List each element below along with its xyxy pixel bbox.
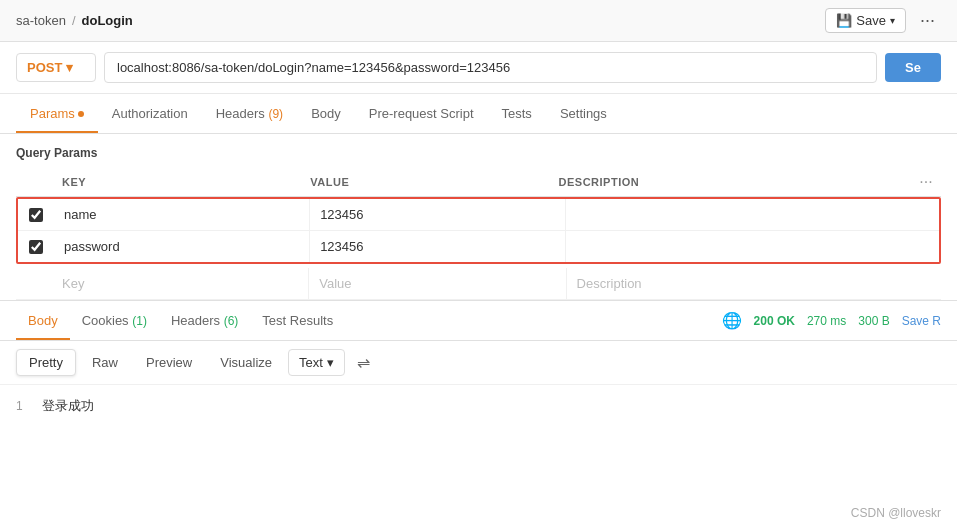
- response-tab-headers[interactable]: Headers (6): [159, 303, 250, 340]
- empty-desc[interactable]: Description: [567, 268, 941, 299]
- breadcrumb-current: doLogin: [82, 13, 133, 28]
- type-select[interactable]: Text ▾: [288, 349, 345, 376]
- method-select[interactable]: POST ▾: [16, 53, 96, 82]
- type-label: Text: [299, 355, 323, 370]
- table-row: name 123456: [18, 199, 939, 231]
- param-row-2-value[interactable]: 123456: [310, 231, 566, 262]
- col-value-header: VALUE: [300, 172, 548, 192]
- param-row-1-desc: [566, 207, 939, 223]
- top-actions: 💾 Save ▾ ···: [825, 8, 941, 33]
- save-icon: 💾: [836, 13, 852, 28]
- save-dropdown-icon: ▾: [890, 15, 895, 26]
- format-preview-button[interactable]: Preview: [134, 350, 204, 375]
- type-arrow-icon: ▾: [327, 355, 334, 370]
- format-pretty-button[interactable]: Pretty: [16, 349, 76, 376]
- query-params-title: Query Params: [16, 146, 941, 160]
- empty-param-row: Key Value Description: [16, 268, 941, 300]
- param-row-2-checkbox[interactable]: [29, 240, 43, 254]
- params-panel: Query Params KEY VALUE DESCRIPTION ··· n…: [0, 134, 957, 300]
- send-button[interactable]: Se: [885, 53, 941, 82]
- save-button[interactable]: 💾 Save ▾: [825, 8, 906, 33]
- empty-value[interactable]: Value: [309, 268, 566, 299]
- status-time: 270 ms: [807, 314, 846, 328]
- response-tab-body[interactable]: Body: [16, 303, 70, 340]
- tab-tests[interactable]: Tests: [488, 96, 546, 133]
- breadcrumb-parent: sa-token: [16, 13, 66, 28]
- method-label: POST: [27, 60, 62, 75]
- tab-pre-request[interactable]: Pre-request Script: [355, 96, 488, 133]
- response-tab-cookies[interactable]: Cookies (1): [70, 303, 159, 340]
- response-format-row: Pretty Raw Preview Visualize Text ▾ ⇌: [0, 341, 957, 385]
- response-panel: Body Cookies (1) Headers (6) Test Result…: [0, 300, 957, 427]
- top-bar: sa-token / doLogin 💾 Save ▾ ···: [0, 0, 957, 42]
- col-key-header: KEY: [52, 172, 300, 192]
- url-bar: POST ▾ Se: [0, 42, 957, 94]
- tab-authorization[interactable]: Authorization: [98, 96, 202, 133]
- tab-settings[interactable]: Settings: [546, 96, 621, 133]
- col-more-header: ···: [911, 173, 941, 191]
- format-raw-button[interactable]: Raw: [80, 350, 130, 375]
- params-dot: [78, 111, 84, 117]
- response-content: 登录成功: [42, 398, 94, 413]
- params-highlighted-rows: name 123456 password 123456: [16, 197, 941, 264]
- globe-icon: 🌐: [722, 311, 742, 330]
- column-headers: KEY VALUE DESCRIPTION ···: [16, 168, 941, 197]
- method-arrow-icon: ▾: [66, 60, 73, 75]
- breadcrumb: sa-token / doLogin: [16, 13, 133, 28]
- url-input[interactable]: [104, 52, 877, 83]
- param-row-1-key[interactable]: name: [54, 199, 310, 230]
- line-number: 1: [16, 399, 23, 413]
- tab-body[interactable]: Body: [297, 96, 355, 133]
- request-tabs-row: Params Authorization Headers (9) Body Pr…: [0, 94, 957, 134]
- tab-params[interactable]: Params: [16, 96, 98, 133]
- save-response-button[interactable]: Save R: [902, 314, 941, 328]
- response-body: 1 登录成功: [0, 385, 957, 427]
- empty-key[interactable]: Key: [52, 268, 309, 299]
- save-label: Save: [856, 13, 886, 28]
- watermark: CSDN @lloveskr: [851, 506, 941, 520]
- response-tabs-row: Body Cookies (1) Headers (6) Test Result…: [0, 301, 957, 341]
- status-code: 200 OK: [754, 314, 795, 328]
- table-row: password 123456: [18, 231, 939, 262]
- param-row-1-checkbox[interactable]: [29, 208, 43, 222]
- format-visualize-button[interactable]: Visualize: [208, 350, 284, 375]
- param-row-1-value[interactable]: 123456: [310, 199, 566, 230]
- response-status: 🌐 200 OK 270 ms 300 B Save R: [722, 311, 941, 330]
- filter-icon[interactable]: ⇌: [357, 353, 370, 372]
- breadcrumb-sep: /: [72, 13, 76, 28]
- response-tab-test-results[interactable]: Test Results: [250, 303, 345, 340]
- param-row-2-desc: [566, 239, 939, 255]
- tab-headers[interactable]: Headers (9): [202, 96, 297, 133]
- status-size: 300 B: [858, 314, 889, 328]
- param-row-2-key[interactable]: password: [54, 231, 310, 262]
- col-desc-header: DESCRIPTION: [549, 172, 911, 192]
- more-button[interactable]: ···: [914, 8, 941, 33]
